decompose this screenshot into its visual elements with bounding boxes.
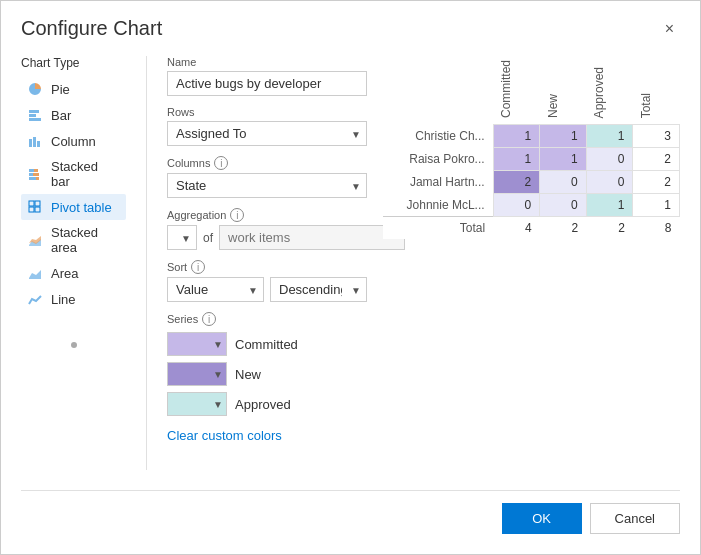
cell-jamal-committed: 2 — [493, 171, 540, 194]
committed-series-name: Committed — [235, 337, 298, 352]
chart-type-stacked-bar-label: Stacked bar — [51, 159, 120, 189]
cell-christie-total: 3 — [633, 125, 680, 148]
aggregation-select-wrapper: Count ▼ — [167, 225, 197, 250]
chart-type-area[interactable]: Area — [21, 260, 126, 286]
approved-series-name: Approved — [235, 397, 291, 412]
dialog-header: Configure Chart × — [21, 17, 680, 40]
svg-rect-9 — [33, 173, 39, 176]
bar-icon — [27, 107, 43, 123]
row-label-christie: Christie Ch... — [383, 125, 493, 148]
table-row: Jamal Hartn... 2 0 0 2 — [383, 171, 680, 194]
table-row: Christie Ch... 1 1 1 3 — [383, 125, 680, 148]
svg-rect-7 — [34, 169, 38, 172]
column-headers-row: Committed New Approved Total — [383, 56, 680, 125]
sort-by-wrapper: Value ▼ — [167, 277, 264, 302]
column-icon — [27, 133, 43, 149]
chart-type-bar[interactable]: Bar — [21, 102, 126, 128]
svg-rect-3 — [29, 139, 32, 147]
chart-type-pivot-table[interactable]: Pivot table — [21, 194, 126, 220]
rows-select[interactable]: Assigned To — [167, 121, 367, 146]
cell-christie-committed: 1 — [493, 125, 540, 148]
columns-select[interactable]: State — [167, 173, 367, 198]
svg-rect-6 — [29, 169, 34, 172]
new-color-swatch[interactable] — [167, 362, 227, 386]
sort-info-icon[interactable]: i — [191, 260, 205, 274]
row-label-johnnie: Johnnie McL... — [383, 194, 493, 217]
clear-custom-colors-link[interactable]: Clear custom colors — [167, 428, 282, 443]
cancel-button[interactable]: Cancel — [590, 503, 680, 534]
new-col-header: New — [540, 56, 587, 125]
svg-rect-15 — [35, 207, 40, 212]
pie-icon — [27, 81, 43, 97]
new-series-name: New — [235, 367, 261, 382]
committed-swatch-wrapper: ▼ — [167, 332, 227, 356]
dialog-title: Configure Chart — [21, 17, 162, 40]
chart-type-stacked-area[interactable]: Stacked area — [21, 220, 126, 260]
name-input[interactable] — [167, 71, 367, 96]
svg-rect-1 — [29, 114, 36, 117]
aggregation-row: Count ▼ of — [167, 225, 367, 250]
svg-rect-13 — [35, 201, 40, 206]
cell-jamal-new: 0 — [540, 171, 587, 194]
total-row: Total 4 2 2 8 — [383, 217, 680, 240]
aggregation-info-icon[interactable]: i — [230, 208, 244, 222]
close-button[interactable]: × — [659, 18, 680, 40]
of-label: of — [203, 231, 213, 245]
table-row: Johnnie McL... 0 0 1 1 — [383, 194, 680, 217]
series-item-committed: ▼ Committed — [167, 332, 367, 356]
cell-johnnie-approved: 1 — [586, 194, 633, 217]
new-swatch-wrapper: ▼ — [167, 362, 227, 386]
chart-type-stacked-bar[interactable]: Stacked bar — [21, 154, 126, 194]
row-label-raisa: Raisa Pokro... — [383, 148, 493, 171]
name-label: Name — [167, 56, 367, 68]
new-col-header-text: New — [542, 90, 564, 122]
sort-label: Sort i — [167, 260, 367, 274]
stacked-bar-icon — [27, 166, 43, 182]
svg-rect-11 — [36, 177, 39, 180]
cell-christie-new: 1 — [540, 125, 587, 148]
sort-by-select[interactable]: Value — [167, 277, 264, 302]
total-col-header: Total — [633, 56, 680, 125]
dialog-body: Chart Type Pie — [21, 56, 680, 470]
work-items-input[interactable] — [219, 225, 405, 250]
cell-raisa-approved: 0 — [586, 148, 633, 171]
sort-row: Value ▼ Descending ▼ — [167, 277, 367, 302]
chart-type-bar-label: Bar — [51, 108, 71, 123]
cell-raisa-new: 1 — [540, 148, 587, 171]
dialog-footer: OK Cancel — [21, 490, 680, 534]
vertical-divider — [146, 56, 147, 470]
approved-color-swatch[interactable] — [167, 392, 227, 416]
area-icon — [27, 265, 43, 281]
chart-type-list: Pie Bar — [21, 76, 126, 312]
chart-type-column[interactable]: Column — [21, 128, 126, 154]
cell-johnnie-committed: 0 — [493, 194, 540, 217]
cell-johnnie-new: 0 — [540, 194, 587, 217]
pivot-table-icon — [27, 199, 43, 215]
sort-direction-select[interactable]: Descending — [270, 277, 367, 302]
cell-jamal-approved: 0 — [586, 171, 633, 194]
series-info-icon[interactable]: i — [202, 312, 216, 326]
dot-indicator — [71, 342, 77, 348]
cell-christie-approved: 1 — [586, 125, 633, 148]
stacked-area-icon — [27, 232, 43, 248]
chart-type-panel: Chart Type Pie — [21, 56, 126, 470]
cell-raisa-committed: 1 — [493, 148, 540, 171]
chart-type-pie[interactable]: Pie — [21, 76, 126, 102]
svg-rect-14 — [29, 207, 34, 212]
series-item-approved: ▼ Approved — [167, 392, 367, 416]
chart-type-line[interactable]: Line — [21, 286, 126, 312]
series-section: Series i ▼ Committed ▼ New — [167, 312, 367, 443]
row-label-jamal: Jamal Hartn... — [383, 171, 493, 194]
chart-type-label: Chart Type — [21, 56, 126, 70]
approved-col-header-text: Approved — [588, 63, 610, 122]
ok-button[interactable]: OK — [502, 503, 582, 534]
total-grand: 8 — [633, 217, 680, 240]
aggregation-select[interactable]: Count — [167, 225, 197, 250]
committed-color-swatch[interactable] — [167, 332, 227, 356]
approved-swatch-wrapper: ▼ — [167, 392, 227, 416]
rows-label: Rows — [167, 106, 367, 118]
preview-panel: Committed New Approved Total — [383, 56, 680, 470]
svg-rect-8 — [29, 173, 33, 176]
columns-select-wrapper: State ▼ — [167, 173, 367, 198]
columns-info-icon[interactable]: i — [214, 156, 228, 170]
